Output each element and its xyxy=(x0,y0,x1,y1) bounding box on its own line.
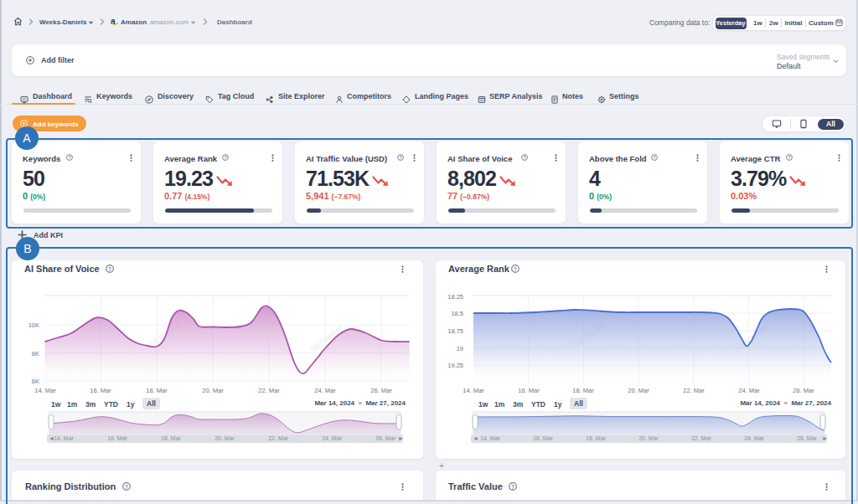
svg-text:?: ? xyxy=(125,484,128,490)
svg-text:?: ? xyxy=(788,155,790,160)
svg-text:?: ? xyxy=(224,155,226,160)
svg-text:?: ? xyxy=(523,155,525,160)
svg-text:?: ? xyxy=(399,155,401,160)
svg-text:?: ? xyxy=(68,155,70,160)
svg-text:?: ? xyxy=(511,484,514,490)
svg-text:?: ? xyxy=(653,155,655,160)
